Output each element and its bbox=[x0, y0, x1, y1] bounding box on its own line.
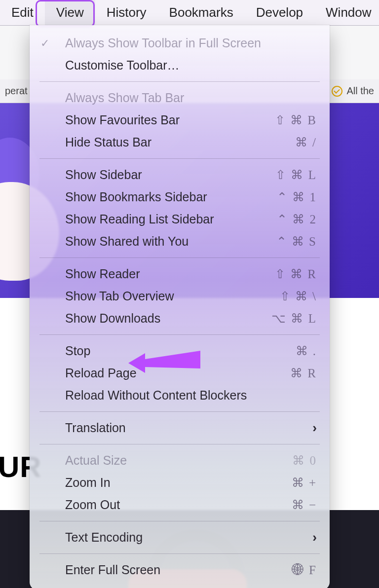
menu-shortcut: ⌘ R bbox=[290, 366, 317, 380]
menu-shortcut: ⇧ ⌘ L bbox=[275, 168, 317, 182]
menu-item-translation[interactable]: Translation› bbox=[30, 417, 330, 439]
checkmark-icon: ✓ bbox=[40, 37, 49, 50]
menubar-item-bookmarks[interactable]: Bookmarks bbox=[158, 0, 245, 25]
menu-item-hide-status-bar[interactable]: Hide Status Bar⌘ / bbox=[30, 131, 330, 153]
menu-item-label: Show Downloads bbox=[42, 311, 271, 326]
menu-item-label: Enter Full Screen bbox=[42, 563, 292, 577]
menu-item-label: Stop bbox=[42, 344, 296, 358]
menubar-item-view[interactable]: View bbox=[45, 0, 95, 25]
menu-separator bbox=[39, 158, 320, 159]
menu-item-stop[interactable]: Stop⌘ . bbox=[30, 340, 330, 362]
menu-item-label: Show Bookmarks Sidebar bbox=[42, 190, 277, 204]
menu-item-label: Always Show Toolbar in Full Screen bbox=[42, 36, 317, 50]
menu-item-text-encoding[interactable]: Text Encoding› bbox=[30, 526, 330, 549]
menubar-item-history[interactable]: History bbox=[95, 0, 158, 25]
menu-item-show-bookmarks-sidebar[interactable]: Show Bookmarks Sidebar⌃ ⌘ 1 bbox=[30, 186, 330, 208]
menu-item-label: Show Shared with You bbox=[42, 234, 276, 249]
menu-item-label: Zoom Out bbox=[42, 498, 292, 512]
menu-item-label: Show Reader bbox=[42, 267, 275, 281]
menu-shortcut: ⌃ ⌘ 2 bbox=[277, 212, 317, 226]
menu-item-label: Text Encoding bbox=[42, 530, 312, 545]
menu-item-label: Show Favourites Bar bbox=[42, 113, 275, 127]
menu-shortcut: ⌘ . bbox=[296, 344, 317, 358]
menu-item-actual-size: Actual Size⌘ 0 bbox=[30, 449, 330, 472]
bookmark-fragment-right[interactable]: All the bbox=[346, 85, 374, 97]
bookmark-fragment-left[interactable]: perat bbox=[5, 85, 28, 97]
menu-item-zoom-in[interactable]: Zoom In⌘ + bbox=[30, 472, 330, 494]
menubar-item-window[interactable]: Window bbox=[314, 0, 379, 25]
hero-text-left: ola bbox=[0, 339, 31, 368]
menu-shortcut: ⌃ ⌘ 1 bbox=[277, 190, 317, 204]
menu-shortcut: ⌃ ⌘ S bbox=[276, 234, 317, 249]
menu-item-reload-without-content-blockers[interactable]: Reload Without Content Blockers bbox=[30, 384, 330, 406]
menu-item-label: Show Tab Overview bbox=[42, 289, 280, 303]
menu-shortcut: ⇧ ⌘ R bbox=[275, 267, 317, 281]
menu-item-zoom-out[interactable]: Zoom Out⌘ − bbox=[30, 494, 330, 516]
menu-shortcut: ⌘ / bbox=[295, 135, 317, 149]
menu-shortcut: ⇧ ⌘ B bbox=[275, 113, 317, 127]
menu-shortcut: 🌐︎ F bbox=[292, 563, 317, 577]
menu-separator bbox=[39, 334, 320, 335]
menu-shortcut: ⇧ ⌘ \ bbox=[280, 289, 317, 303]
menu-separator bbox=[39, 553, 320, 554]
menu-item-show-shared-with-you[interactable]: Show Shared with You⌃ ⌘ S bbox=[30, 230, 330, 253]
menubar-item-develop[interactable]: Develop bbox=[245, 0, 314, 25]
menu-item-label: Reload Page bbox=[42, 366, 290, 380]
menu-item-label: Always Show Tab Bar bbox=[42, 91, 317, 105]
menu-item-label: Hide Status Bar bbox=[42, 135, 295, 149]
menu-separator bbox=[39, 521, 320, 521]
chevron-right-icon: › bbox=[312, 530, 317, 545]
view-menu-dropdown: ✓Always Show Toolbar in Full ScreenCusto… bbox=[30, 25, 330, 588]
menu-item-always-show-toolbar-in-full-screen: ✓Always Show Toolbar in Full Screen bbox=[30, 32, 330, 54]
menu-item-show-downloads[interactable]: Show Downloads⌥ ⌘ L bbox=[30, 307, 330, 330]
chevron-right-icon: › bbox=[312, 420, 317, 436]
menu-separator bbox=[39, 81, 320, 82]
menubar-item-edit[interactable]: Edit bbox=[0, 0, 45, 25]
menu-item-customise-toolbar[interactable]: Customise Toolbar… bbox=[30, 54, 330, 76]
menu-item-show-reading-list-sidebar[interactable]: Show Reading List Sidebar⌃ ⌘ 2 bbox=[30, 208, 330, 230]
menu-item-label: Reload Without Content Blockers bbox=[42, 388, 317, 403]
menu-item-show-favourites-bar[interactable]: Show Favourites Bar⇧ ⌘ B bbox=[30, 109, 330, 131]
bookmark-favicon-icon bbox=[332, 86, 342, 97]
menu-item-label: Customise Toolbar… bbox=[42, 58, 317, 73]
menu-item-reload-page[interactable]: Reload Page⌘ R bbox=[30, 362, 330, 384]
menu-shortcut: ⌥ ⌘ L bbox=[271, 311, 317, 326]
menu-item-label: Zoom In bbox=[42, 476, 292, 490]
menu-separator bbox=[39, 444, 320, 444]
menu-separator bbox=[39, 411, 320, 412]
menu-item-label: Show Sidebar bbox=[42, 168, 275, 182]
system-menubar: EditViewHistoryBookmarksDevelopWindow bbox=[0, 0, 379, 26]
menu-item-label: Show Reading List Sidebar bbox=[42, 212, 277, 226]
menu-item-label: Translation bbox=[42, 421, 312, 435]
menu-item-enter-full-screen[interactable]: Enter Full Screen🌐︎ F bbox=[30, 559, 330, 581]
menu-separator bbox=[39, 257, 320, 258]
menu-item-show-reader[interactable]: Show Reader⇧ ⌘ R bbox=[30, 263, 330, 285]
menu-shortcut: ⌘ 0 bbox=[292, 453, 317, 468]
menu-item-always-show-tab-bar: Always Show Tab Bar bbox=[30, 87, 330, 109]
menu-item-show-tab-overview[interactable]: Show Tab Overview⇧ ⌘ \ bbox=[30, 285, 330, 307]
menu-shortcut: ⌘ − bbox=[292, 498, 317, 512]
menu-shortcut: ⌘ + bbox=[292, 476, 317, 490]
menu-item-show-sidebar[interactable]: Show Sidebar⇧ ⌘ L bbox=[30, 164, 330, 186]
menu-item-label: Actual Size bbox=[42, 453, 292, 468]
